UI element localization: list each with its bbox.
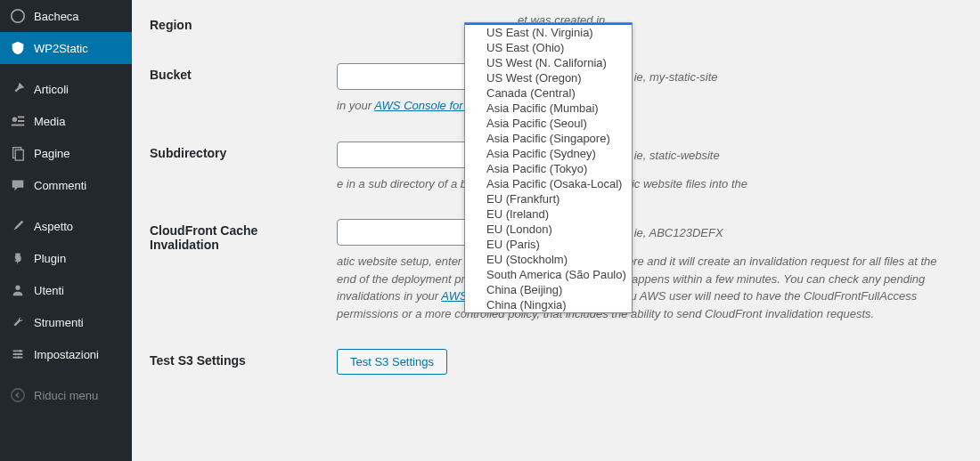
bucket-description: in your AWS Console for S3.	[337, 97, 953, 115]
test-s3-settings-button[interactable]: Test S3 Settings	[337, 349, 447, 375]
admin-sidebar: Bacheca WP2Static Articoli Media Pagine …	[0, 0, 132, 461]
sidebar-item-label: Pagine	[34, 147, 69, 160]
svg-point-7	[18, 356, 20, 359]
shield-icon	[9, 39, 27, 57]
sidebar-item-label: Aspetto	[34, 220, 73, 233]
test-label: Test S3 Settings	[150, 336, 328, 388]
cloudfront-hint: ie, ABC123DEFX	[634, 226, 723, 239]
svg-point-6	[14, 353, 17, 356]
sidebar-item-collapse[interactable]: Riduci menu	[0, 379, 132, 411]
sidebar-item-label: Commenti	[34, 179, 86, 192]
cloudfront-label: CloudFront Cache Invalidation	[150, 206, 328, 336]
svg-point-1	[12, 117, 17, 122]
settings-icon	[9, 345, 27, 363]
region-option[interactable]: EU (Paris)	[465, 237, 632, 252]
region-option[interactable]: China (Ningxia)	[465, 297, 632, 312]
bucket-hint: ie, my-static-site	[634, 70, 718, 84]
region-option[interactable]: Asia Pacific (Seoul)	[465, 116, 632, 131]
sidebar-item-aspetto[interactable]: Aspetto	[0, 210, 132, 242]
sidebar-item-utenti[interactable]: Utenti	[0, 274, 132, 306]
svg-rect-3	[15, 150, 23, 160]
wrench-icon	[9, 313, 27, 331]
region-option[interactable]: EU (Frankfurt)	[465, 191, 632, 206]
subdirectory-label: Subdirectory	[150, 128, 328, 206]
sidebar-item-strumenti[interactable]: Strumenti	[0, 306, 132, 338]
sidebar-item-bacheca[interactable]: Bacheca	[0, 0, 132, 32]
region-label: Region	[150, 0, 328, 50]
region-option[interactable]: Asia Pacific (Sydney)	[465, 146, 632, 161]
sidebar-item-commenti[interactable]: Commenti	[0, 169, 132, 201]
collapse-icon	[9, 386, 27, 404]
pages-icon	[9, 144, 27, 162]
svg-point-5	[19, 350, 21, 352]
sidebar-item-label: Riduci menu	[34, 389, 98, 402]
comment-icon	[9, 176, 27, 194]
sidebar-item-label: Bacheca	[34, 10, 79, 23]
sidebar-item-label: Utenti	[34, 284, 64, 297]
region-option[interactable]: US East (N. Virginia)	[465, 25, 632, 40]
region-option[interactable]: Asia Pacific (Mumbai)	[465, 101, 632, 116]
brush-icon	[9, 217, 27, 235]
dashboard-icon	[9, 7, 27, 25]
sidebar-item-label: Strumenti	[34, 316, 84, 329]
plug-icon	[9, 249, 27, 267]
region-option[interactable]: Asia Pacific (Osaka-Local)	[465, 176, 632, 191]
region-option[interactable]: EU (Ireland)	[465, 206, 632, 222]
sidebar-item-label: Articoli	[34, 83, 69, 96]
region-option[interactable]: EU (London)	[465, 222, 632, 237]
region-option[interactable]: EU (Stockholm)	[465, 252, 632, 267]
region-option[interactable]: Asia Pacific (Tokyo)	[465, 161, 632, 176]
svg-point-4	[15, 286, 20, 290]
region-option[interactable]: South America (São Paulo)	[465, 267, 632, 282]
sidebar-item-pagine[interactable]: Pagine	[0, 137, 132, 169]
subdirectory-description: e in a sub directory of a bucket, this w…	[337, 175, 953, 193]
sidebar-item-wp2static[interactable]: WP2Static	[0, 32, 132, 64]
region-option[interactable]: Canada (Central)	[465, 85, 632, 101]
region-option[interactable]: US West (Oregon)	[465, 70, 632, 85]
cloudfront-description: atic website setup, enter the CloudFront…	[337, 253, 953, 322]
region-option[interactable]: US East (Ohio)	[465, 40, 632, 55]
sidebar-item-label: WP2Static	[34, 42, 88, 55]
pin-icon	[9, 80, 27, 98]
subdirectory-hint: ie, static-website	[634, 149, 720, 162]
sidebar-item-label: Impostazioni	[34, 348, 99, 361]
sidebar-item-media[interactable]: Media	[0, 105, 132, 137]
region-option[interactable]: Asia Pacific (Singapore)	[465, 131, 632, 146]
sidebar-item-articoli[interactable]: Articoli	[0, 73, 132, 105]
sidebar-item-label: Media	[34, 115, 65, 128]
media-icon	[9, 112, 27, 130]
svg-point-8	[12, 389, 24, 401]
region-option[interactable]: China (Beijing)	[465, 282, 632, 297]
sidebar-item-impostazioni[interactable]: Impostazioni	[0, 338, 132, 370]
main-content: Region et was created in Bucket ie, my-s…	[132, 0, 980, 461]
region-option[interactable]: US West (N. California)	[465, 55, 632, 70]
bucket-label: Bucket	[150, 50, 328, 128]
user-icon	[9, 281, 27, 299]
region-dropdown[interactable]: US East (N. Virginia) US East (Ohio) US …	[464, 22, 633, 313]
sidebar-item-plugin[interactable]: Plugin	[0, 242, 132, 274]
sidebar-item-label: Plugin	[34, 252, 66, 265]
